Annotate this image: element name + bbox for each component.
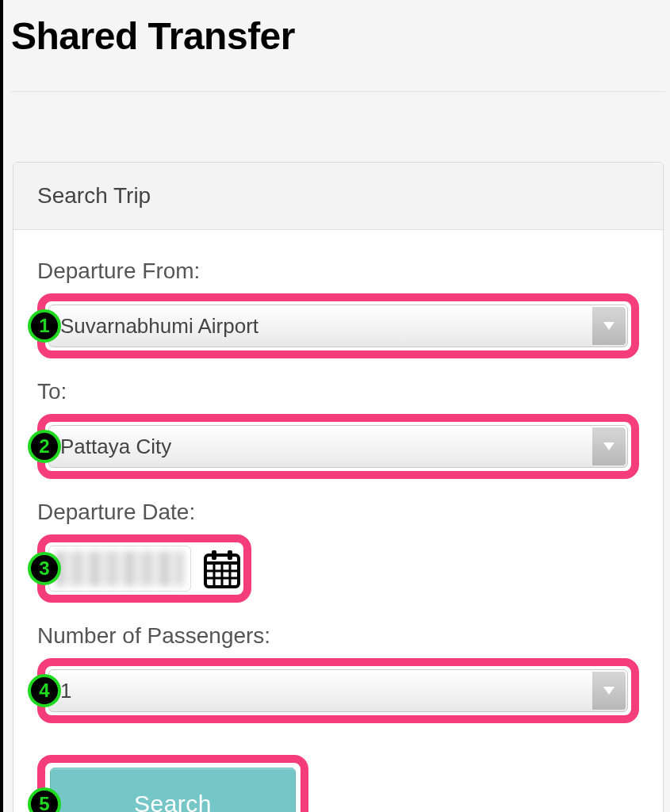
- passengers-group: Number of Passengers: 4 1: [37, 623, 639, 723]
- annotation-highlight-2: 2 Pattaya City: [37, 414, 639, 479]
- annotation-highlight-5: 5 Search: [37, 755, 308, 812]
- calendar-icon[interactable]: [204, 549, 240, 588]
- to-group: To: 2 Pattaya City: [37, 379, 639, 479]
- chevron-down-icon: [592, 672, 626, 710]
- panel-header: Search Trip: [13, 163, 663, 230]
- search-trip-panel: Search Trip Departure From: 1 Suvarnabhu…: [13, 162, 664, 812]
- departure-date-group: Departure Date: 3: [37, 500, 639, 603]
- departure-date-input[interactable]: [48, 546, 191, 592]
- to-value: Pattaya City: [60, 435, 171, 459]
- date-row: [48, 546, 240, 592]
- svg-rect-4: [228, 550, 232, 560]
- svg-marker-11: [603, 687, 614, 695]
- annotation-badge-2: 2: [28, 430, 61, 463]
- panel-body: Departure From: 1 Suvarnabhumi Airport T…: [13, 230, 663, 812]
- annotation-highlight-3: 3: [37, 534, 251, 603]
- departure-from-value: Suvarnabhumi Airport: [60, 314, 258, 339]
- page-title: Shared Transfer: [11, 14, 665, 58]
- departure-from-group: Departure From: 1 Suvarnabhumi Airport: [37, 259, 639, 358]
- to-label: To:: [37, 379, 639, 404]
- divider: [11, 91, 665, 92]
- annotation-highlight-1: 1 Suvarnabhumi Airport: [37, 293, 639, 358]
- annotation-badge-4: 4: [28, 674, 61, 707]
- svg-rect-3: [212, 550, 216, 560]
- svg-marker-1: [603, 442, 614, 450]
- passengers-select[interactable]: 1: [48, 669, 628, 712]
- search-group: 5 Search: [37, 755, 639, 812]
- annotation-badge-1: 1: [28, 309, 61, 343]
- annotation-badge-3: 3: [28, 552, 61, 585]
- search-button[interactable]: Search: [50, 768, 296, 812]
- passengers-label: Number of Passengers:: [37, 623, 639, 649]
- passengers-value: 1: [60, 679, 71, 703]
- date-blurred-value: [56, 551, 184, 586]
- chevron-down-icon: [592, 427, 626, 465]
- departure-from-label: Departure From:: [37, 259, 639, 284]
- to-select[interactable]: Pattaya City: [48, 425, 628, 468]
- departure-date-label: Departure Date:: [37, 500, 639, 525]
- svg-marker-0: [603, 322, 614, 330]
- annotation-highlight-4: 4 1: [37, 658, 639, 723]
- chevron-down-icon: [592, 307, 626, 345]
- departure-from-select[interactable]: Suvarnabhumi Airport: [48, 304, 628, 347]
